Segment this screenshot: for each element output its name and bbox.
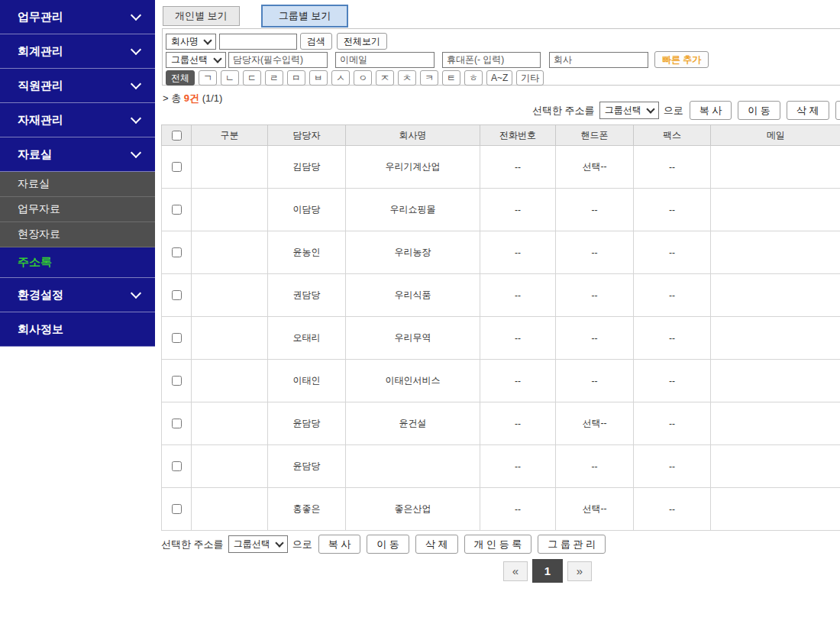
sidebar-settings-label: 환경설정 — [18, 288, 63, 302]
cell-category — [192, 189, 268, 231]
cell-fax: -- — [634, 445, 711, 488]
view-all-button[interactable]: 전체보기 — [337, 33, 387, 50]
top-action-bar: 선택한 주소를 그룹선택 으로 복 사 이 동 삭 제 개 인 등 록 — [532, 101, 840, 120]
index-filter-button[interactable]: 기타 — [516, 70, 544, 86]
current-page-button[interactable]: 1 — [532, 559, 563, 583]
row-checkbox[interactable] — [172, 461, 182, 471]
mobile-field[interactable] — [442, 52, 541, 68]
sidebar-menu-item[interactable]: 자료실 — [0, 137, 155, 172]
table-body: 김담당 우리기계산업 -- 선택-- -- 이담당 우리쇼핑몰 -- -- — [162, 146, 840, 531]
cell-phone: -- — [480, 317, 556, 360]
index-filter-button[interactable]: ㄹ — [265, 70, 283, 86]
action-button[interactable]: 개 인 등 록 — [464, 535, 532, 554]
cell-fax: -- — [634, 402, 711, 445]
top-group-select[interactable]: 그룹선택 — [599, 102, 659, 119]
action-button[interactable]: 복 사 — [318, 535, 361, 554]
top-group-select-value: 그룹선택 — [605, 104, 641, 117]
action-button[interactable]: 이 동 — [738, 101, 780, 120]
cell-mail — [711, 189, 840, 231]
sidebar-item-company-info[interactable]: 회사정보 — [0, 312, 155, 347]
sidebar-menu-label: 자료실 — [18, 147, 52, 162]
cell-fax: -- — [634, 146, 711, 189]
next-page-button[interactable]: » — [567, 561, 592, 581]
sidebar-submenu-item[interactable]: 현장자료 — [0, 222, 155, 247]
bottom-group-select[interactable]: 그룹선택 — [228, 535, 288, 553]
sidebar-menu-item[interactable]: 자재관리 — [0, 103, 155, 137]
sidebar-menu-label: 직원관리 — [18, 79, 63, 93]
sidebar-submenu-item[interactable]: 자료실 — [0, 172, 155, 197]
chevron-down-icon — [131, 113, 141, 124]
index-filter-button[interactable]: ㄱ — [199, 70, 217, 86]
row-checkbox[interactable] — [172, 162, 182, 172]
index-filter-button[interactable]: ㅅ — [331, 70, 350, 86]
cell-mobile: -- — [556, 360, 634, 402]
index-filter-button[interactable]: ㅋ — [420, 70, 438, 86]
row-checkbox[interactable] — [172, 376, 182, 386]
sidebar-main-menu: 업무관리 회계관리 직원관리 자재관리 자료실 — [0, 0, 155, 172]
sidebar-menu-item[interactable]: 업무관리 — [0, 0, 155, 34]
cell-fax: -- — [634, 360, 711, 402]
select-all-checkbox[interactable] — [172, 131, 182, 141]
sidebar-item-settings[interactable]: 환경설정 — [0, 278, 155, 312]
row-checkbox[interactable] — [172, 290, 182, 300]
cell-category — [192, 402, 268, 445]
index-filter-button[interactable]: ㄷ — [243, 70, 261, 86]
index-filter-button[interactable]: ㅌ — [442, 70, 460, 86]
row-checkbox[interactable] — [172, 419, 182, 428]
row-checkbox-cell — [162, 231, 192, 274]
sidebar-menu-item[interactable]: 직원관리 — [0, 69, 155, 103]
row-checkbox-cell — [162, 189, 192, 231]
action-button[interactable]: 이 동 — [367, 535, 409, 554]
sidebar-menu-item[interactable]: 회계관리 — [0, 34, 155, 69]
index-filter-button[interactable]: A~Z — [486, 70, 512, 86]
action-button[interactable]: 복 사 — [690, 101, 732, 120]
index-filter-button[interactable]: 전체 — [166, 70, 195, 86]
action-button[interactable]: 개 인 등 록 — [835, 101, 840, 120]
action-button[interactable]: 삭 제 — [787, 101, 829, 120]
search-input[interactable] — [219, 34, 297, 50]
count-value: 9건 — [184, 92, 199, 104]
bottom-action-bar: 선택한 주소를 그룹선택 으로 복 사 이 동 삭 제 개 인 등 록 그 룹 … — [161, 535, 606, 554]
tab-personal-view[interactable]: 개인별 보기 — [163, 6, 240, 26]
index-filter-button[interactable]: ㅎ — [464, 70, 483, 86]
action-button[interactable]: 삭 제 — [415, 535, 458, 554]
index-filter-button[interactable]: ㅇ — [354, 70, 372, 86]
index-filter-button[interactable]: ㅈ — [376, 70, 394, 86]
sidebar-submenu-item[interactable]: 업무자료 — [0, 197, 155, 222]
row-checkbox[interactable] — [172, 247, 182, 257]
table-row: 윤담당 -- -- -- — [162, 445, 840, 488]
row-checkbox-cell — [162, 274, 192, 317]
prev-page-button[interactable]: « — [503, 561, 528, 581]
company-field[interactable] — [549, 52, 648, 68]
index-filter-button[interactable]: ㅂ — [309, 70, 328, 86]
index-filter-button[interactable]: ㅁ — [287, 70, 305, 86]
quick-add-button[interactable]: 빠른 추가 — [654, 51, 709, 68]
header-checkbox-cell — [162, 125, 192, 146]
sidebar-submenu-label: 자료실 — [18, 177, 50, 191]
chevron-down-icon — [131, 79, 141, 89]
index-filter-button[interactable]: ㄴ — [221, 70, 239, 86]
cell-mobile: -- — [556, 274, 634, 317]
search-button[interactable]: 검색 — [300, 33, 332, 50]
action-label-after: 으로 — [664, 104, 683, 118]
row-checkbox[interactable] — [172, 504, 182, 514]
cell-phone: -- — [480, 189, 556, 231]
action-button[interactable]: 그 룹 관 리 — [538, 535, 606, 554]
cell-category — [192, 445, 268, 488]
tab-group-view[interactable]: 그룹별 보기 — [261, 5, 349, 27]
email-field[interactable] — [335, 52, 435, 68]
search-field-select[interactable]: 회사명 — [166, 34, 216, 50]
manager-field[interactable] — [228, 52, 328, 68]
sidebar-item-address-book[interactable]: 주소록 — [0, 247, 155, 278]
index-filter-button[interactable]: ㅊ — [398, 70, 416, 86]
cell-mobile: -- — [556, 445, 634, 488]
group-select[interactable]: 그룹선택 — [166, 52, 226, 68]
row-checkbox[interactable] — [172, 205, 182, 215]
sidebar-menu-label: 자재관리 — [18, 113, 63, 128]
row-checkbox[interactable] — [172, 333, 182, 343]
search-row: 회사명 검색 전체보기 — [166, 33, 840, 50]
cell-manager: 윤담당 — [268, 445, 346, 488]
alphabet-index-row: 전체 ㄱ ㄴ ㄷ ㄹ ㅁ ㅂ ㅅ ㅇ ㅈ ㅊ ㅋ ㅌ ㅎ A~Z 기타 — [166, 70, 840, 86]
header-fax: 팩스 — [634, 125, 711, 146]
cell-manager: 윤농인 — [268, 231, 346, 274]
